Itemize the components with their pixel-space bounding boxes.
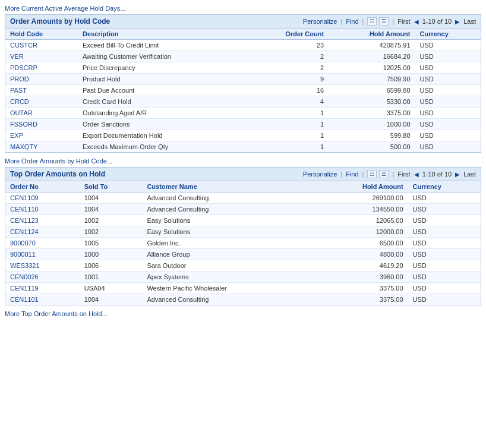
hold-code-link[interactable]: EXP [10, 132, 23, 139]
col-order-no: Order No [5, 181, 80, 193]
more-link-middle[interactable]: More Order Amounts by Hold Code... [5, 155, 481, 167]
section-controls-hold-code: Personalize | Find | ☷ ☰ | First ◀ 1-10 … [303, 17, 476, 26]
cell-hold-amount: 7509.90 [329, 74, 415, 85]
cell-customer-name: Advanced Consulting [142, 294, 312, 305]
cell-hold-amount-2: 4800.00 [312, 249, 408, 260]
prev-arrow-1[interactable]: ◀ [413, 18, 420, 25]
personalize-link-2[interactable]: Personalize [303, 171, 337, 178]
next-arrow-2[interactable]: ▶ [454, 171, 461, 178]
order-no-link[interactable]: 9000011 [10, 251, 36, 258]
cell-order-no: CEN1119 [5, 283, 80, 294]
hold-code-link[interactable]: CRCD [10, 98, 29, 105]
cell-sold-to: 1004 [80, 204, 143, 215]
cell-currency-2: USD [408, 238, 481, 249]
hold-code-link[interactable]: FSSORD [10, 121, 37, 128]
cell-customer-name: Easy Solutions [142, 226, 312, 238]
cell-currency-2: USD [408, 272, 481, 283]
cell-order-no: CEN0026 [5, 272, 80, 283]
cell-hold-amount: 16684.20 [329, 51, 415, 62]
cell-hold-amount-2: 134550.00 [312, 204, 408, 215]
cell-hold-amount-2: 3960.00 [312, 272, 408, 283]
cell-hold-amount: 599.80 [329, 130, 415, 141]
cell-hold-code: OUTAR [5, 108, 78, 119]
cell-customer-name: Advanced Consulting [142, 193, 312, 204]
more-link-bottom[interactable]: More Top Order Amounts on Hold... [5, 308, 481, 320]
grid-icon-2[interactable]: ☷ [367, 170, 377, 178]
section-header-hold-code: Order Amounts by Hold Code Personalize |… [5, 15, 481, 29]
personalize-link-1[interactable]: Personalize [303, 18, 337, 25]
cell-hold-code: MAXQTY [5, 141, 78, 153]
cell-description: Exceed Bill-To Credit Limit [78, 40, 246, 51]
order-no-link[interactable]: CEN1123 [10, 217, 39, 224]
next-arrow-1[interactable]: ▶ [454, 18, 461, 25]
cell-hold-code: EXP [5, 130, 78, 141]
cell-currency-2: USD [408, 283, 481, 294]
table-row: PDSCRP Price Discrepancy 2 12025.00 USD [5, 62, 481, 74]
cell-order-count: 1 [246, 119, 329, 130]
cell-sold-to: 1000 [80, 249, 143, 260]
order-no-link[interactable]: CEN0026 [10, 273, 39, 280]
order-no-link[interactable]: CEN1101 [10, 296, 39, 303]
grid-icon-1[interactable]: ☷ [367, 17, 377, 26]
pager-first-2[interactable]: First [397, 171, 410, 178]
cell-order-count: 1 [246, 130, 329, 141]
cell-currency-2: USD [408, 260, 481, 272]
prev-arrow-2[interactable]: ◀ [413, 171, 420, 178]
cell-hold-amount: 6599.80 [329, 85, 415, 96]
table-row: CUSTCR Exceed Bill-To Credit Limit 23 42… [5, 40, 481, 51]
find-link-2[interactable]: Find [346, 171, 358, 178]
cell-customer-name: Sara Outdoor [142, 260, 312, 272]
cell-hold-amount: 12025.00 [329, 62, 415, 74]
table-row: CEN1123 1002 Easy Solutions 12065.00 USD [5, 215, 481, 226]
pager-last-1[interactable]: Last [463, 18, 476, 25]
cell-order-count: 16 [246, 85, 329, 96]
cell-currency: USD [415, 85, 481, 96]
table-row: CEN1119 USA04 Western Pacific Wholesaler… [5, 283, 481, 294]
cell-currency-2: USD [408, 294, 481, 305]
order-no-link[interactable]: WES3321 [10, 262, 40, 269]
cell-currency: USD [415, 119, 481, 130]
cell-hold-code: CRCD [5, 96, 78, 108]
top-orders-tbody: CEN1109 1004 Advanced Consulting 269100.… [5, 193, 481, 305]
cell-customer-name: Apex Systems [142, 272, 312, 283]
section-controls-top-orders: Personalize | Find | ☷ ☰ | First ◀ 1-10 … [303, 170, 476, 178]
find-link-1[interactable]: Find [346, 18, 358, 25]
table-row: PAST Past Due Account 16 6599.80 USD [5, 85, 481, 96]
separator-2: | [362, 18, 364, 25]
order-no-link[interactable]: CEN1124 [10, 228, 39, 235]
order-no-link[interactable]: 9000070 [10, 239, 36, 247]
cell-description: Awaiting Customer Verification [78, 51, 246, 62]
cell-customer-name: Western Pacific Wholesaler [142, 283, 312, 294]
hold-code-link[interactable]: CUSTCR [10, 42, 37, 49]
table-row: CEN1109 1004 Advanced Consulting 269100.… [5, 193, 481, 204]
cell-order-count: 2 [246, 62, 329, 74]
order-no-link[interactable]: CEN1109 [10, 194, 39, 201]
cell-sold-to: 1002 [80, 226, 143, 238]
cell-customer-name: Easy Solutions [142, 215, 312, 226]
cell-sold-to: USA04 [80, 283, 143, 294]
list-icon-2[interactable]: ☰ [379, 170, 389, 178]
pager-first-1[interactable]: First [397, 18, 410, 25]
order-no-link[interactable]: CEN1119 [10, 285, 39, 292]
cell-sold-to: 1002 [80, 215, 143, 226]
more-link-top[interactable]: More Current Active Average Hold Days... [5, 2, 481, 14]
hold-code-link[interactable]: PDSCRP [10, 64, 37, 71]
cell-description: Outstanding Aged A/R [78, 108, 246, 119]
hold-code-link[interactable]: VER [10, 53, 24, 60]
col-order-count: Order Count [246, 29, 329, 40]
cell-currency: USD [415, 96, 481, 108]
hold-code-link[interactable]: PAST [10, 87, 27, 94]
pager-last-2[interactable]: Last [463, 171, 476, 178]
cell-description: Credit Card Hold [78, 96, 246, 108]
cell-order-no: 9000011 [5, 249, 80, 260]
col-currency-2: Currency [408, 181, 481, 193]
list-icon-1[interactable]: ☰ [379, 17, 389, 26]
cell-hold-amount-2: 12065.00 [312, 215, 408, 226]
cell-currency-2: USD [408, 193, 481, 204]
cell-currency: USD [415, 62, 481, 74]
hold-code-link[interactable]: PROD [10, 75, 29, 83]
order-no-link[interactable]: CEN1110 [10, 206, 39, 213]
hold-code-link[interactable]: MAXQTY [10, 143, 37, 150]
hold-code-link[interactable]: OUTAR [10, 109, 33, 116]
cell-description: Product Hold [78, 74, 246, 85]
